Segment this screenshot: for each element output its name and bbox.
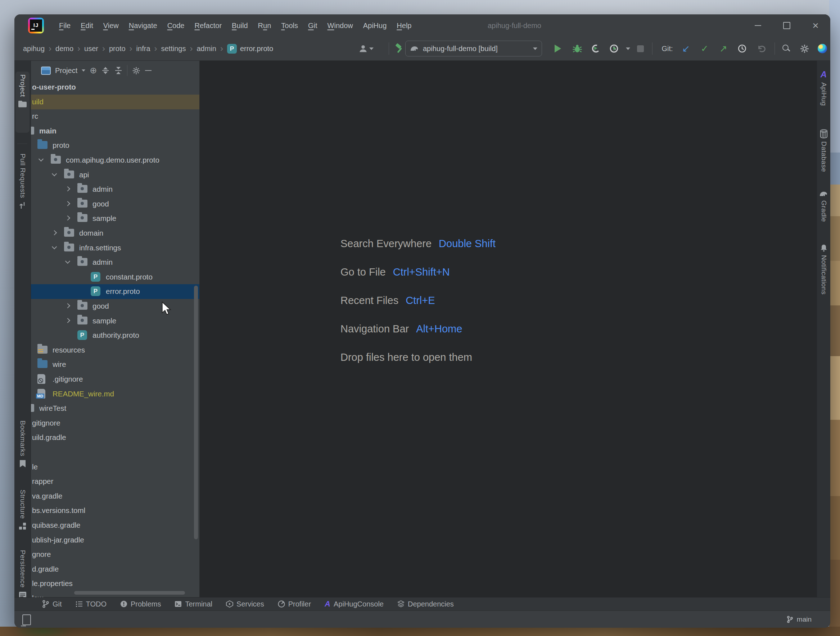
tree-row[interactable]: good xyxy=(31,197,199,211)
tree-row[interactable]: bs.versions.toml xyxy=(31,503,199,518)
tool-window-tab-todo[interactable]: TODO xyxy=(76,600,107,608)
breadcrumb-item[interactable]: demo› xyxy=(55,45,84,53)
git-branch-widget[interactable]: main xyxy=(787,611,812,628)
tree-chevron-icon[interactable] xyxy=(65,260,70,264)
tree-row[interactable]: gitignore xyxy=(31,416,199,431)
tree-row[interactable]: admin xyxy=(31,182,199,197)
tree-row[interactable]: le.properties xyxy=(31,576,199,591)
tool-window-tab-profiler[interactable]: Profiler xyxy=(278,600,311,608)
tree-row[interactable] xyxy=(31,445,199,460)
tree-row[interactable]: uild.gradle xyxy=(31,430,199,445)
tool-window-tab-services[interactable]: Services xyxy=(226,600,264,608)
breadcrumb-current-file[interactable]: error.proto xyxy=(240,45,273,53)
tool-window-tab-problems[interactable]: Problems xyxy=(120,600,161,608)
tree-row[interactable]: authority.proto xyxy=(31,328,199,343)
tree-row[interactable]: le xyxy=(31,460,199,474)
tree-row[interactable]: resources xyxy=(31,343,199,357)
tree-chevron-icon[interactable] xyxy=(65,187,70,191)
tool-window-tab-persistence[interactable]: Persistence xyxy=(14,550,31,599)
tree-row[interactable]: d.gradle xyxy=(31,562,199,577)
tool-window-tab-gradle[interactable]: Gradle xyxy=(817,190,830,222)
breadcrumb-item[interactable]: apihug› xyxy=(23,45,55,53)
breadcrumb-item[interactable]: infra› xyxy=(136,45,161,53)
tree-chevron-icon[interactable] xyxy=(65,304,70,308)
tree-row[interactable]: rc xyxy=(31,109,199,124)
coverage-button[interactable] xyxy=(607,37,621,60)
tree-row[interactable]: uild xyxy=(31,94,199,109)
tree-row[interactable]: wireTest xyxy=(31,401,199,416)
intellij-idea-logo-icon[interactable] xyxy=(28,17,44,33)
tree-row[interactable]: main xyxy=(31,124,199,139)
run-button[interactable] xyxy=(551,37,564,60)
run-more-caret[interactable] xyxy=(624,37,632,60)
tool-window-tab-bookmarks[interactable]: Bookmarks xyxy=(14,420,31,468)
breadcrumb-item[interactable]: user› xyxy=(84,45,109,53)
tool-window-tab-terminal[interactable]: Terminal xyxy=(175,600,212,608)
tree-chevron-icon[interactable] xyxy=(65,216,70,220)
menu-build[interactable]: Build xyxy=(227,22,253,30)
tool-window-tab-database[interactable]: Database xyxy=(817,129,830,172)
tree-chevron-icon[interactable] xyxy=(65,202,70,206)
tree-row[interactable]: infra.settings xyxy=(31,241,199,255)
minimize-button[interactable] xyxy=(750,17,766,33)
menu-tools[interactable]: Tools xyxy=(276,22,303,30)
tool-window-tab-notifications[interactable]: Notifications xyxy=(817,244,830,294)
tree-row[interactable]: com.apihug.demo.user.proto xyxy=(31,153,199,168)
tree-row[interactable]: good xyxy=(31,299,199,314)
tool-window-tab-apihug[interactable]: A ApiHug xyxy=(817,69,830,106)
menu-apihug[interactable]: ApiHug xyxy=(358,22,392,30)
stop-button[interactable] xyxy=(634,37,646,60)
hide-panel-icon[interactable] xyxy=(145,70,152,71)
tree-row[interactable]: o-user-proto xyxy=(31,80,199,94)
menu-code[interactable]: Code xyxy=(162,22,189,30)
tree-row[interactable]: proto xyxy=(31,138,199,153)
menu-git[interactable]: Git xyxy=(303,22,322,30)
breadcrumb-item[interactable]: admin› xyxy=(196,45,227,53)
tool-window-tab-apihugconsole[interactable]: A ApiHugConsole xyxy=(325,599,384,609)
git-push-icon[interactable]: ↗ xyxy=(716,37,731,60)
tree-vertical-scrollbar[interactable] xyxy=(194,286,198,539)
close-button[interactable]: × xyxy=(807,17,824,33)
tree-row[interactable]: wire xyxy=(31,357,199,372)
maximize-button[interactable] xyxy=(778,17,795,33)
tool-window-tab-project[interactable]: Project xyxy=(14,74,31,108)
debug-button[interactable] xyxy=(570,37,584,60)
tree-chevron-icon[interactable] xyxy=(52,172,57,176)
menu-view[interactable]: View xyxy=(98,22,124,30)
git-history-icon[interactable] xyxy=(735,37,749,60)
tree-row[interactable]: ublish-jar.gradle xyxy=(31,533,199,548)
tool-window-tab-structure[interactable]: Structure xyxy=(14,490,31,531)
tree-row[interactable]: README_wire.md xyxy=(31,387,199,401)
tree-chevron-icon[interactable] xyxy=(65,318,70,323)
collapse-all-icon[interactable] xyxy=(114,67,123,74)
ai-assistant-sphere-icon[interactable] xyxy=(817,37,828,60)
tree-row[interactable]: sample xyxy=(31,211,199,226)
tree-row[interactable]: quibase.gradle xyxy=(31,518,199,533)
panel-options-gear-icon[interactable] xyxy=(132,66,141,75)
tree-horizontal-scrollbar[interactable] xyxy=(74,591,185,595)
editor-empty-state[interactable]: Search Everywhere Double Shift Go to Fil… xyxy=(200,61,817,597)
profile-button[interactable] xyxy=(589,37,603,60)
git-rollback-icon[interactable] xyxy=(754,37,768,60)
run-configuration-select[interactable]: apihug-full-demo [build] xyxy=(405,41,542,57)
tree-row[interactable]: error.proto xyxy=(31,284,199,299)
breadcrumb-item[interactable]: settings› xyxy=(161,45,197,53)
menu-run[interactable]: Run xyxy=(253,22,276,30)
tool-window-tab-git[interactable]: Git xyxy=(42,600,62,608)
tree-chevron-icon[interactable] xyxy=(52,246,57,250)
tree-row[interactable]: constant.proto xyxy=(31,270,199,285)
tree-chevron-icon[interactable] xyxy=(39,157,43,162)
tree-row[interactable]: rapper xyxy=(31,474,199,489)
locate-file-icon[interactable]: ⊕ xyxy=(90,66,97,75)
git-update-icon[interactable]: ↙ xyxy=(679,37,693,60)
tool-window-tab-pull-requests[interactable]: Pull Requests xyxy=(14,154,31,210)
git-commit-icon[interactable]: ✓ xyxy=(698,37,712,60)
menu-window[interactable]: Window xyxy=(322,22,358,30)
menu-help[interactable]: Help xyxy=(392,22,417,30)
tree-row[interactable]: api xyxy=(31,168,199,183)
project-panel-title[interactable]: Project xyxy=(55,66,77,75)
tree-row[interactable]: gnore xyxy=(31,547,199,562)
tree-row[interactable]: .gitignore xyxy=(31,372,199,387)
menu-refactor[interactable]: Refactor xyxy=(189,22,227,30)
menu-file[interactable]: File xyxy=(54,22,76,30)
